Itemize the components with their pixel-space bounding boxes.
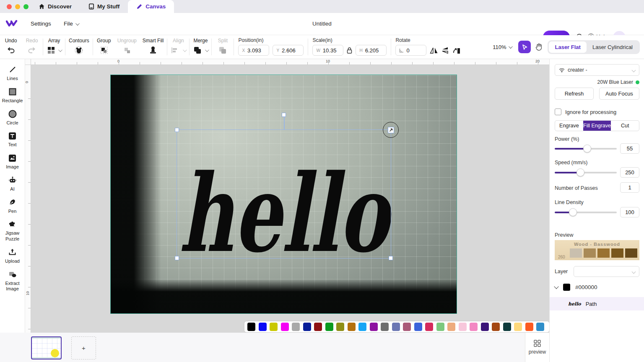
palette-swatch[interactable] <box>503 323 511 331</box>
tool-lines[interactable]: Lines <box>0 65 25 82</box>
position-x-input[interactable]: X3.093 <box>238 45 269 56</box>
selection-box[interactable] <box>177 129 391 259</box>
layer-dropdown[interactable] <box>574 266 639 277</box>
tool-text[interactable]: Text <box>0 131 25 148</box>
rotate-input[interactable]: 0 <box>395 45 426 56</box>
scale-height-input[interactable]: H6.205 <box>356 45 387 56</box>
tool-extract-image[interactable]: Extract Image <box>0 270 25 292</box>
tool-image[interactable]: Image <box>0 153 25 170</box>
merge-button[interactable]: Merge <box>193 38 208 57</box>
redo-button[interactable]: Redo <box>24 38 39 57</box>
palette-swatch[interactable] <box>459 323 467 331</box>
palette-swatch[interactable] <box>358 323 366 331</box>
power-slider-thumb[interactable] <box>583 145 591 153</box>
resize-handle-top-right[interactable] <box>388 127 394 133</box>
speed-input[interactable]: 250 <box>620 167 639 178</box>
maximize-window-button[interactable] <box>23 4 29 9</box>
lock-aspect-icon[interactable] <box>347 47 352 54</box>
tool-upload[interactable]: Upload <box>0 248 25 264</box>
palette-swatch[interactable] <box>481 323 489 331</box>
density-input[interactable]: 100 <box>620 207 639 217</box>
minimize-window-button[interactable] <box>15 4 20 9</box>
flip-horizontal-icon[interactable] <box>430 47 438 54</box>
palette-swatch[interactable] <box>414 323 422 331</box>
refresh-button[interactable]: Refresh <box>555 88 594 100</box>
palette-swatch[interactable] <box>259 323 267 331</box>
pan-tool-button[interactable] <box>533 41 544 52</box>
laser-cylindrical-tab[interactable]: Laser Cylindrical <box>587 41 639 53</box>
palette-swatch[interactable] <box>447 323 455 331</box>
tool-rectangle[interactable]: Rectangle <box>0 87 25 104</box>
position-y-input[interactable]: Y2.606 <box>273 45 304 56</box>
add-page-button[interactable]: + <box>71 336 96 359</box>
device-select[interactable]: creater - <box>555 64 639 76</box>
tool-circle[interactable]: Circle <box>0 109 25 126</box>
mode-cut[interactable]: Cut <box>611 121 639 131</box>
palette-swatch[interactable] <box>247 323 255 331</box>
mode-fill-engrave[interactable]: Fill Engrave <box>583 121 611 131</box>
tab-canvas[interactable]: Canvas <box>128 0 174 13</box>
power-slider[interactable] <box>555 148 617 150</box>
palette-swatch[interactable] <box>314 323 322 331</box>
palette-swatch[interactable] <box>270 323 278 331</box>
close-window-button[interactable] <box>7 4 12 9</box>
resize-handle-top-left[interactable] <box>175 128 179 132</box>
mode-engrave[interactable]: Engrave <box>555 121 583 131</box>
palette-swatch[interactable] <box>392 323 400 331</box>
color-group-row[interactable]: #000000 <box>555 284 597 291</box>
palette-swatch[interactable] <box>536 323 544 331</box>
undo-button[interactable]: Undo <box>3 38 18 57</box>
resize-handle-bottom-left[interactable] <box>175 256 179 260</box>
ignore-processing-checkbox[interactable] <box>555 109 561 115</box>
density-slider-thumb[interactable] <box>569 208 577 216</box>
group-button[interactable]: Group <box>96 38 112 57</box>
palette-swatch[interactable] <box>514 323 522 331</box>
canvas-area[interactable]: 0 10 20 0 10 hello <box>25 59 549 333</box>
preview-button[interactable]: preview <box>525 333 549 362</box>
tool-pen[interactable]: Pen <box>0 198 25 215</box>
material-preview-image[interactable]: Wood - Basswood 260 <box>555 240 639 260</box>
density-slider[interactable] <box>555 212 617 213</box>
ungroup-button[interactable]: Ungroup <box>117 38 137 57</box>
contours-button[interactable]: Contours <box>69 38 89 57</box>
position-to-corner-icon[interactable] <box>453 47 460 54</box>
smart-fill-button[interactable]: Smart Fill <box>143 38 164 57</box>
speed-slider-thumb[interactable] <box>576 168 584 176</box>
palette-swatch[interactable] <box>348 323 356 331</box>
flip-vertical-icon[interactable] <box>441 47 449 54</box>
speed-slider[interactable] <box>555 172 617 173</box>
page-thumbnail-1[interactable] <box>31 336 62 359</box>
palette-swatch[interactable] <box>303 323 311 331</box>
palette-swatch[interactable] <box>492 323 500 331</box>
resize-handle-bottom-right[interactable] <box>389 256 393 260</box>
array-button[interactable]: Array <box>47 38 62 57</box>
palette-swatch[interactable] <box>325 323 333 331</box>
power-input[interactable]: 55 <box>620 143 639 154</box>
select-tool-button[interactable] <box>518 41 531 53</box>
layer-color-swatch[interactable] <box>563 284 570 291</box>
layer-path-row[interactable]: hello Path <box>550 297 644 310</box>
tab-discover[interactable]: Discover <box>30 0 80 13</box>
zoom-control[interactable]: 110% <box>493 35 512 59</box>
palette-swatch[interactable] <box>403 323 411 331</box>
laser-flat-tab[interactable]: Laser Flat <box>549 41 586 53</box>
tool-ai[interactable]: AI <box>0 176 25 192</box>
palette-swatch[interactable] <box>525 323 533 331</box>
palette-swatch[interactable] <box>436 323 444 331</box>
palette-swatch[interactable] <box>425 323 433 331</box>
palette-swatch[interactable] <box>381 323 389 331</box>
palette-swatch[interactable] <box>470 323 478 331</box>
auto-focus-button[interactable]: Auto Focus <box>599 88 639 100</box>
tool-jigsaw-puzzle[interactable]: Jigsaw Puzzle <box>0 220 25 242</box>
rotate-handle[interactable] <box>282 113 286 117</box>
palette-swatch[interactable] <box>336 323 344 331</box>
align-button[interactable]: Align <box>171 38 186 57</box>
collapse-chevron-icon[interactable] <box>554 284 558 289</box>
palette-swatch[interactable] <box>370 323 378 331</box>
split-button[interactable]: Split <box>215 38 230 57</box>
scale-width-input[interactable]: W10.35 <box>312 45 343 56</box>
palette-swatch[interactable] <box>281 323 289 331</box>
palette-swatch[interactable] <box>292 323 300 331</box>
passes-input[interactable]: 1 <box>620 182 639 193</box>
tab-my-stuff[interactable]: My Stuff <box>80 0 128 13</box>
